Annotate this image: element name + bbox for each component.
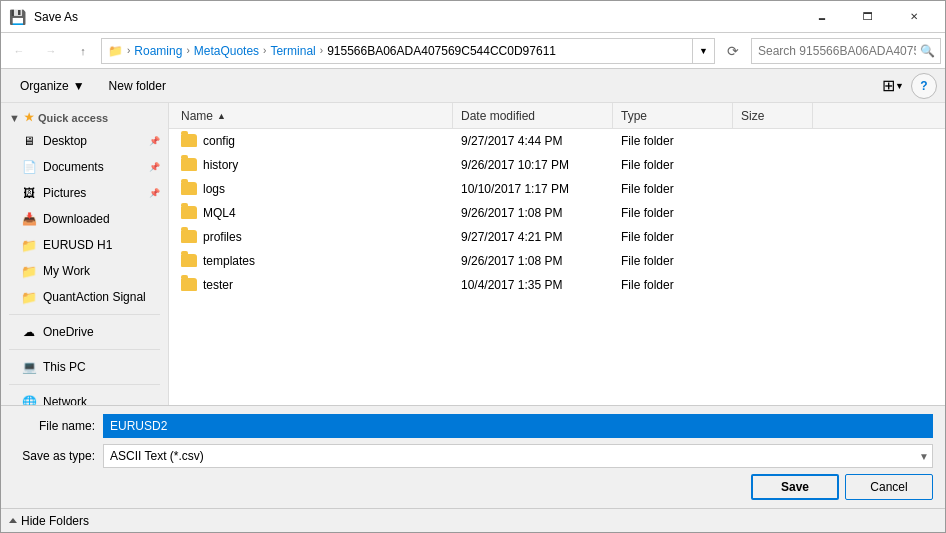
- sidebar-item-documents[interactable]: 📄 Documents 📌: [1, 154, 168, 180]
- status-bar: Hide Folders: [1, 508, 945, 532]
- help-button[interactable]: ?: [911, 73, 937, 99]
- table-row[interactable]: tester 10/4/2017 1:35 PM File folder: [169, 273, 945, 297]
- file-name-row: File name:: [13, 414, 933, 438]
- sort-arrow: ▲: [217, 111, 226, 121]
- onedrive-section: ☁ OneDrive: [1, 319, 168, 345]
- downloaded-icon: 📥: [21, 211, 37, 227]
- breadcrumb-terminal[interactable]: Terminal: [270, 44, 315, 58]
- file-date-cell: 9/26/2017 1:08 PM: [453, 206, 613, 220]
- downloaded-label: Downloaded: [43, 212, 160, 226]
- quick-access-label: Quick access: [38, 112, 108, 124]
- sidebar-item-network[interactable]: 🌐 Network: [1, 389, 168, 405]
- refresh-button[interactable]: ⟳: [719, 37, 747, 65]
- file-type-cell: File folder: [613, 134, 733, 148]
- save-button[interactable]: Save: [751, 474, 839, 500]
- cancel-button[interactable]: Cancel: [845, 474, 933, 500]
- file-list-header: Name ▲ Date modified Type Size: [169, 103, 945, 129]
- bottom-bar: File name: Save as type: ASCII Text (*.c…: [1, 405, 945, 508]
- forward-button[interactable]: →: [37, 37, 65, 65]
- view-button[interactable]: ⊞ ▼: [877, 73, 909, 99]
- file-name-cell: config: [173, 134, 453, 148]
- organize-button[interactable]: Organize ▼: [9, 73, 96, 99]
- sidebar-item-pictures[interactable]: 🖼 Pictures 📌: [1, 180, 168, 206]
- organize-arrow: ▼: [73, 79, 85, 93]
- maximize-button[interactable]: 🗖: [845, 1, 891, 33]
- pictures-label: Pictures: [43, 186, 143, 200]
- file-name-text: tester: [203, 278, 233, 292]
- sidebar-divider-1: [9, 314, 160, 315]
- this-pc-icon: 💻: [21, 359, 37, 375]
- sidebar-item-eurusd-h1[interactable]: 📁 EURUSD H1: [1, 232, 168, 258]
- search-input[interactable]: [751, 38, 941, 64]
- breadcrumb-roaming[interactable]: Roaming: [134, 44, 182, 58]
- view-icon: ⊞: [882, 76, 895, 95]
- file-list: Name ▲ Date modified Type Size config 9/…: [169, 103, 945, 405]
- eurusd-icon: 📁: [21, 237, 37, 253]
- breadcrumb[interactable]: 📁 › Roaming › MetaQuotes › Terminal › 91…: [101, 38, 693, 64]
- col-header-date[interactable]: Date modified: [453, 103, 613, 128]
- file-name-cell: logs: [173, 182, 453, 196]
- folder-icon: [181, 206, 197, 219]
- sidebar-item-desktop[interactable]: 🖥 Desktop 📌: [1, 128, 168, 154]
- network-label: Network: [43, 395, 160, 405]
- quick-access-header[interactable]: ▼ ★ Quick access: [1, 107, 168, 128]
- title-bar: 💾 Save As 🗕 🗖 ✕: [1, 1, 945, 33]
- table-row[interactable]: config 9/27/2017 4:44 PM File folder: [169, 129, 945, 153]
- new-folder-label: New folder: [109, 79, 166, 93]
- back-button[interactable]: ←: [5, 37, 33, 65]
- file-name-text: history: [203, 158, 238, 172]
- file-date-cell: 10/4/2017 1:35 PM: [453, 278, 613, 292]
- search-wrapper: 🔍: [751, 38, 941, 64]
- col-header-type[interactable]: Type: [613, 103, 733, 128]
- col-date-label: Date modified: [461, 109, 535, 123]
- hide-folders-label: Hide Folders: [21, 514, 89, 528]
- quick-access-star: ★: [24, 111, 34, 124]
- sidebar-item-downloaded[interactable]: 📥 Downloaded: [1, 206, 168, 232]
- file-name-input[interactable]: [103, 414, 933, 438]
- table-row[interactable]: profiles 9/27/2017 4:21 PM File folder: [169, 225, 945, 249]
- breadcrumb-item: 📁: [108, 44, 123, 58]
- quick-access-chevron: ▼: [9, 112, 20, 124]
- save-as-type-select[interactable]: ASCII Text (*.csv): [103, 444, 933, 468]
- minimize-button[interactable]: 🗕: [799, 1, 845, 33]
- file-date-cell: 9/27/2017 4:21 PM: [453, 230, 613, 244]
- sidebar-item-onedrive[interactable]: ☁ OneDrive: [1, 319, 168, 345]
- view-arrow: ▼: [895, 81, 904, 91]
- quantaction-label: QuantAction Signal: [43, 290, 160, 304]
- new-folder-button[interactable]: New folder: [98, 73, 177, 99]
- file-type-cell: File folder: [613, 182, 733, 196]
- save-as-type-row: Save as type: ASCII Text (*.csv) ▼: [13, 444, 933, 468]
- sidebar-item-my-work[interactable]: 📁 My Work: [1, 258, 168, 284]
- file-name-cell: tester: [173, 278, 453, 292]
- close-button[interactable]: ✕: [891, 1, 937, 33]
- col-header-size[interactable]: Size: [733, 103, 813, 128]
- main-content: ▼ ★ Quick access 🖥 Desktop 📌 📄 Documents…: [1, 103, 945, 405]
- folder-icon: [181, 278, 197, 291]
- file-name-text: profiles: [203, 230, 242, 244]
- file-date-cell: 9/26/2017 1:08 PM: [453, 254, 613, 268]
- table-row[interactable]: logs 10/10/2017 1:17 PM File folder: [169, 177, 945, 201]
- breadcrumb-metaquotes[interactable]: MetaQuotes: [194, 44, 259, 58]
- quantaction-icon: 📁: [21, 289, 37, 305]
- folder-icon: [181, 254, 197, 267]
- desktop-icon: 🖥: [21, 133, 37, 149]
- sidebar-item-quantaction[interactable]: 📁 QuantAction Signal: [1, 284, 168, 310]
- folder-icon: [181, 158, 197, 171]
- file-type-cell: File folder: [613, 254, 733, 268]
- save-as-type-wrapper: ASCII Text (*.csv) ▼: [103, 444, 933, 468]
- action-buttons: Save Cancel: [13, 474, 933, 500]
- table-row[interactable]: history 9/26/2017 10:17 PM File folder: [169, 153, 945, 177]
- this-pc-label: This PC: [43, 360, 160, 374]
- hide-folders-button[interactable]: Hide Folders: [9, 514, 89, 528]
- file-rows-container: config 9/27/2017 4:44 PM File folder his…: [169, 129, 945, 297]
- up-button[interactable]: ↑: [69, 37, 97, 65]
- table-row[interactable]: MQL4 9/26/2017 1:08 PM File folder: [169, 201, 945, 225]
- desktop-label: Desktop: [43, 134, 143, 148]
- col-header-name[interactable]: Name ▲: [173, 103, 453, 128]
- quick-access-section: ▼ ★ Quick access 🖥 Desktop 📌 📄 Documents…: [1, 107, 168, 310]
- breadcrumb-dropdown[interactable]: ▼: [693, 38, 715, 64]
- breadcrumb-id[interactable]: 915566BA06ADA407569C544CC0D97611: [327, 44, 556, 58]
- pictures-icon: 🖼: [21, 185, 37, 201]
- table-row[interactable]: templates 9/26/2017 1:08 PM File folder: [169, 249, 945, 273]
- sidebar-item-this-pc[interactable]: 💻 This PC: [1, 354, 168, 380]
